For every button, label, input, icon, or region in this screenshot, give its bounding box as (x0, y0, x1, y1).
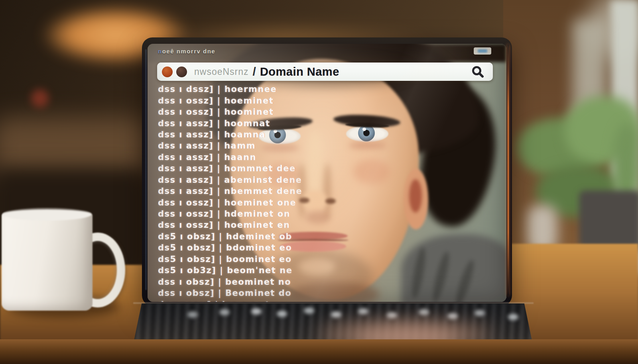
scene: noeê nmorrv dne nwsoeNsrnz / Domain Name… (0, 0, 638, 364)
laptop-screen: noeê nmorrv dne nwsoeNsrnz / Domain Name… (148, 44, 506, 302)
shelf-blur (0, 117, 152, 177)
laptop: noeê nmorrv dne nwsoeNsrnz / Domain Name… (142, 37, 512, 306)
mug-rim (2, 208, 92, 221)
screen-rim-left (146, 49, 146, 290)
desk-front-edge (0, 339, 638, 364)
key-highlights (251, 308, 262, 315)
mug-body (2, 212, 93, 311)
shelf-red-object (31, 89, 49, 108)
plant-pot (579, 190, 638, 252)
glass-sheen (148, 44, 506, 302)
coffee-mug (2, 206, 117, 313)
screen-rim-light (508, 45, 509, 296)
